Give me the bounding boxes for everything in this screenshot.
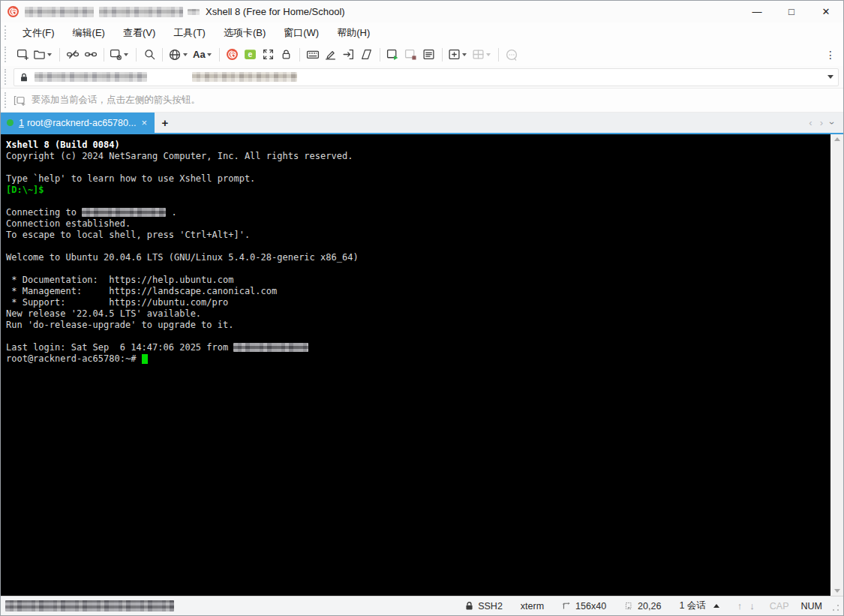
font-button[interactable]: Aa (191, 45, 215, 65)
font-icon: Aa (193, 49, 206, 60)
next-session-arrow-icon[interactable]: ↓ (749, 600, 755, 611)
menu-help[interactable]: 帮助(H) (329, 24, 377, 42)
tile-windows-icon (472, 48, 485, 61)
tile-windows-button[interactable] (470, 45, 494, 65)
new-window-icon (448, 48, 461, 61)
maximize-button[interactable]: □ (774, 1, 809, 23)
tab-number: 1 (19, 118, 24, 128)
log-stop-button[interactable] (402, 45, 420, 65)
new-session-button[interactable] (14, 45, 32, 65)
window-resize-grip[interactable] (830, 602, 840, 612)
disconnect-button[interactable] (64, 45, 82, 65)
redacted-title-ellipsis (188, 9, 200, 15)
screen-size-icon (562, 601, 572, 611)
minimize-button[interactable]: — (740, 1, 774, 23)
screen-size-indicator[interactable]: 156x40 (553, 601, 615, 611)
tab-list-dropdown-icon[interactable]: › (827, 118, 837, 128)
terminal-scrollbar[interactable] (830, 134, 843, 596)
info-bar-text: 要添加当前会话，点击左侧的箭头按钮。 (32, 94, 200, 107)
terminal-type-indicator[interactable]: xterm (512, 601, 553, 611)
new-tab-button[interactable]: + (155, 113, 176, 133)
send-input-icon (342, 48, 355, 61)
status-bar: SSH2 xterm 156x40 20,26 1 会话 ↑ ↓ C (1, 596, 843, 615)
encoding-button[interactable] (167, 45, 191, 65)
reconnect-icon (84, 48, 98, 61)
main-area: Xshell 8 (Build 0084)Copyright (c) 2024 … (1, 134, 843, 596)
infobar-grip[interactable] (5, 92, 11, 109)
tab-scroll-left-icon[interactable]: ‹ (805, 117, 815, 128)
fullscreen-button[interactable] (260, 45, 278, 65)
redacted-address-host (192, 72, 297, 82)
scrollbar-up-icon[interactable] (834, 137, 840, 141)
session-count-indicator[interactable]: 1 会话 (670, 599, 728, 612)
caps-lock-indicator: CAP (764, 601, 795, 611)
find-button[interactable] (140, 45, 158, 65)
log-start-icon (386, 48, 399, 61)
connected-status-dot (7, 119, 14, 126)
tab-scroll-right-icon[interactable]: › (816, 117, 827, 128)
toolbar-grip[interactable] (5, 47, 11, 63)
properties-dropdown-caret[interactable] (124, 53, 128, 56)
new-session-icon (17, 48, 29, 61)
redacted-connection-info (5, 600, 174, 611)
session-count-label: 1 会话 (679, 599, 705, 612)
lock-button[interactable] (278, 45, 296, 65)
virtual-keyboard-button[interactable] (304, 45, 322, 65)
close-button[interactable]: ✕ (809, 1, 843, 23)
pen-icon (324, 48, 337, 61)
open-dropdown-caret[interactable] (47, 53, 52, 56)
log-start-button[interactable] (384, 45, 402, 65)
open-session-button[interactable] (32, 45, 56, 65)
xftp-button[interactable]: e (242, 45, 260, 65)
menu-tools[interactable]: 工具(T) (166, 24, 213, 42)
protocol-indicator[interactable]: SSH2 (455, 601, 512, 611)
scroll-page-icon (360, 48, 373, 61)
address-input[interactable] (14, 68, 839, 86)
tab-label: root@racknerd-ac65780... (27, 118, 136, 128)
window-controls: — □ ✕ (740, 1, 843, 23)
compose-bar-button[interactable] (322, 45, 340, 65)
session-tab[interactable]: 1 root@racknerd-ac65780... × (1, 113, 155, 133)
address-bar (1, 66, 843, 89)
scrollbar-down-icon[interactable] (834, 589, 840, 593)
menu-view[interactable]: 查看(V) (116, 24, 163, 42)
info-bar: 要添加当前会话，点击左侧的箭头按钮。 (1, 89, 843, 113)
protocol-lock-icon (464, 601, 474, 611)
xshell-button[interactable] (224, 45, 242, 65)
cursor-position-label: 20,26 (638, 601, 661, 611)
redacted-session-host (99, 7, 183, 17)
menu-edit[interactable]: 编辑(E) (65, 24, 113, 42)
reconnect-button[interactable] (82, 45, 100, 65)
toolbar-overflow-button[interactable]: ⋮ (821, 47, 840, 62)
scroll-buffer-button[interactable] (358, 45, 376, 65)
new-window-dropdown-caret[interactable] (462, 53, 467, 56)
chat-bubble-icon (505, 48, 518, 62)
new-window-button[interactable] (446, 45, 470, 65)
open-folder-icon (33, 48, 46, 61)
encoding-dropdown-caret[interactable] (183, 53, 188, 56)
disconnect-icon (66, 48, 80, 61)
send-to-all-button[interactable] (340, 45, 358, 65)
prev-session-arrow-icon[interactable]: ↑ (737, 600, 743, 611)
window-title: Xshell 8 (Free for Home/School) (206, 6, 345, 17)
screen-size-label: 156x40 (575, 601, 606, 611)
tab-nav-controls: ‹ › › (805, 113, 843, 133)
menu-tab[interactable]: 选项卡(B) (216, 24, 273, 42)
menu-file[interactable]: 文件(F) (15, 24, 62, 42)
addressbar-grip[interactable] (5, 69, 11, 84)
tab-close-icon[interactable]: × (140, 117, 149, 128)
session-properties-button[interactable] (108, 45, 132, 65)
log-view-button[interactable] (420, 45, 438, 65)
session-list-caret-icon[interactable] (713, 604, 719, 608)
xftp-icon: e (244, 48, 257, 61)
menu-window[interactable]: 窗口(W) (276, 24, 326, 42)
address-dropdown-caret[interactable] (827, 75, 833, 79)
toolbar-separator (162, 48, 163, 62)
xshell-logo-icon (7, 5, 20, 18)
cursor-position-indicator[interactable]: 20,26 (615, 601, 670, 611)
terminal-output[interactable]: Xshell 8 (Build 0084)Copyright (c) 2024 … (1, 134, 830, 596)
assistant-button[interactable] (503, 45, 521, 65)
tile-dropdown-caret[interactable] (486, 53, 491, 56)
menubar-grip[interactable] (5, 26, 11, 40)
font-dropdown-caret[interactable] (207, 53, 212, 56)
